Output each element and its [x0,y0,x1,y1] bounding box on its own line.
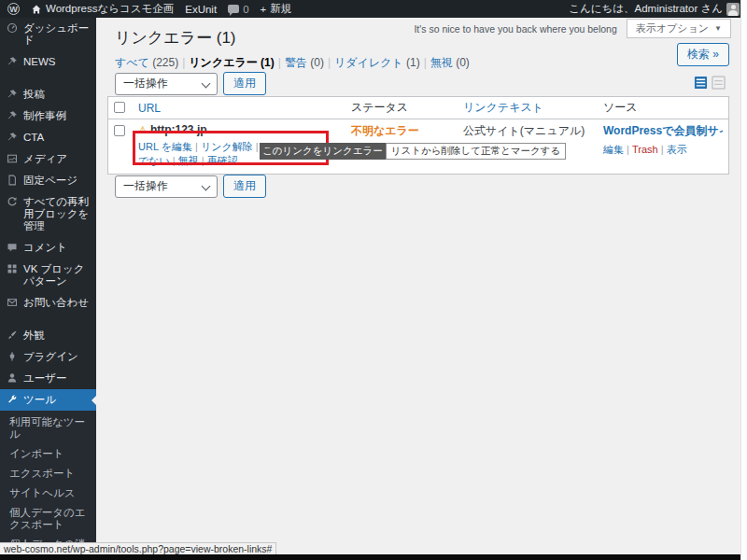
reuse-icon [7,196,18,207]
mail-icon [7,297,18,308]
filter-ignored[interactable]: 無視 (0) [430,56,470,69]
status-text: 不明なエラー [351,124,419,137]
media-icon [7,153,18,164]
submenu-site-health[interactable]: サイトヘルス [0,483,96,503]
pin-icon [7,110,18,121]
source-actions: 編集 | Trash | 表示 [603,143,723,157]
broken-links-table: URL ステータス リンクテキスト ソース ⚠http:123.jp URL を… [107,96,729,175]
sidebar-item-cta[interactable]: CTA [0,127,96,148]
bulk-action-select-top[interactable]: 一括操作 [115,73,218,95]
submenu-export-personal-data[interactable]: 個人データのエクスポート [0,503,96,535]
filter-broken-current[interactable]: リンクエラー (1) [189,56,274,69]
pin-icon [7,132,18,143]
action-ignore[interactable]: 無視 [178,155,199,166]
grid-icon [7,263,18,274]
sidebar-item-users[interactable]: ユーザー [0,368,96,389]
comments-icon [7,242,18,253]
account-menu[interactable]: こんにちは、Administrator さん [569,2,740,16]
avatar [726,3,740,16]
plus-icon: + [261,4,267,15]
page-icon [7,175,18,186]
pin-icon [7,56,18,67]
greeting-text: こんにちは、Administrator さん [569,2,723,16]
source-post-link[interactable]: WordPressで会員制サイト構… [603,123,723,139]
not-broken-tooltip: このリンクをリンクエラー リストから削除して正常とマークする [260,143,566,160]
dashboard-icon [7,22,18,34]
sidebar-item-appearance[interactable]: 外観 [0,325,96,346]
filter-warnings[interactable]: 警告 (0) [285,56,324,69]
comment-count: 0 [243,4,248,15]
site-name: Wordpressならコスモ企画 [46,2,174,16]
submenu-available-tools[interactable]: 利用可能なツール [0,413,96,444]
chevron-down-icon [202,78,211,88]
list-view-icon[interactable] [694,76,708,90]
submenu-import[interactable]: インポート [0,444,96,464]
search-button[interactable]: 検索 » [677,43,729,66]
source-action-trash[interactable]: Trash [632,144,658,155]
welcome-message: It's so nice to have you back where you … [414,23,616,35]
sidebar-item-reusable-blocks[interactable]: すべての再利用ブロックを管理 [0,191,96,237]
home-icon [31,4,42,15]
sidebar-item-dashboard[interactable]: ダッシュボード [0,18,96,51]
sidebar-item-works[interactable]: 制作事例 [0,105,96,127]
comments-icon [228,5,239,13]
comments-menu[interactable]: 0 [228,4,248,15]
column-header-link-text[interactable]: リンクテキスト [458,97,598,119]
select-all-checkbox[interactable] [114,102,125,113]
brush-icon [7,329,18,341]
vertical-scrollbar[interactable] [740,0,747,560]
warning-icon: ⚠ [138,124,148,135]
source-action-view[interactable]: 表示 [667,144,687,155]
action-recheck[interactable]: 再確認 [207,155,238,166]
exunit-menu[interactable]: ExUnit [185,4,217,15]
admin-bar: W Wordpressならコスモ企画 ExUnit 0 + 新規 こんにちは、A… [0,0,747,18]
page-title: リンクエラー (1) [115,27,236,49]
filter-links: すべて (225)|リンクエラー (1)|警告 (0)|リダイレクト (1)|無… [115,55,470,71]
browser-status-bar: web-cosmo.net/wp-admin/tools.php?page=vi… [0,542,276,555]
pin-icon [7,89,18,100]
submenu-export[interactable]: エクスポート [0,464,96,483]
chevron-down-icon [202,181,211,190]
filter-all[interactable]: すべて (225) [115,56,178,69]
broken-url-link[interactable]: http:123.jp [150,123,207,136]
column-header-source: ソース [598,97,728,119]
sidebar-item-tools[interactable]: ツール [0,389,96,411]
sidebar-item-posts[interactable]: 投稿 [0,84,96,105]
admin-sidebar: ダッシュボード NEWS 投稿 制作事例 CTA メディア 固定ページ すべての… [0,18,96,560]
caret-down-icon: ▼ [714,24,722,33]
wordpress-logo-icon[interactable]: W [7,3,20,15]
sidebar-item-media[interactable]: メディア [0,148,96,170]
column-header-url[interactable]: URL [133,97,345,119]
sidebar-item-plugins[interactable]: プラグイン [0,346,96,368]
view-mode-switcher [694,76,726,90]
wrench-icon [7,394,18,405]
sidebar-item-comments[interactable]: コメント [0,237,96,259]
screen-options-button[interactable]: 表示オプション ▼ [627,19,731,38]
source-action-edit[interactable]: 編集 [603,144,624,155]
sidebar-item-pages[interactable]: 固定ページ [0,170,96,191]
bottom-black-bar [0,554,747,560]
user-icon [7,372,18,384]
sidebar-item-vk-patterns[interactable]: VK ブロックパターン [0,259,96,292]
excerpt-view-icon[interactable] [712,76,726,90]
new-content-menu[interactable]: + 新規 [261,2,292,16]
sidebar-item-contact[interactable]: お問い合わせ [0,292,96,314]
bulk-action-select-bottom[interactable]: 一括操作 [115,175,218,198]
action-unlink[interactable]: リンク解除 [201,141,253,152]
action-edit-url[interactable]: URL を編集 [138,141,192,152]
column-header-status: ステータス [345,97,458,119]
sidebar-item-news[interactable]: NEWS [0,51,96,73]
row-checkbox[interactable] [114,125,125,136]
site-name-link[interactable]: Wordpressならコスモ企画 [31,2,174,16]
plug-icon [7,351,18,362]
tools-submenu: 利用可能なツール インポート エクスポート サイトヘルス 個人データのエクスポー… [0,411,96,560]
main-content: It's so nice to have you back where you … [96,18,740,560]
apply-button-bottom[interactable]: 適用 [223,175,266,198]
filter-redirects[interactable]: リダイレクト (1) [334,56,420,69]
apply-button-top[interactable]: 適用 [223,72,266,95]
